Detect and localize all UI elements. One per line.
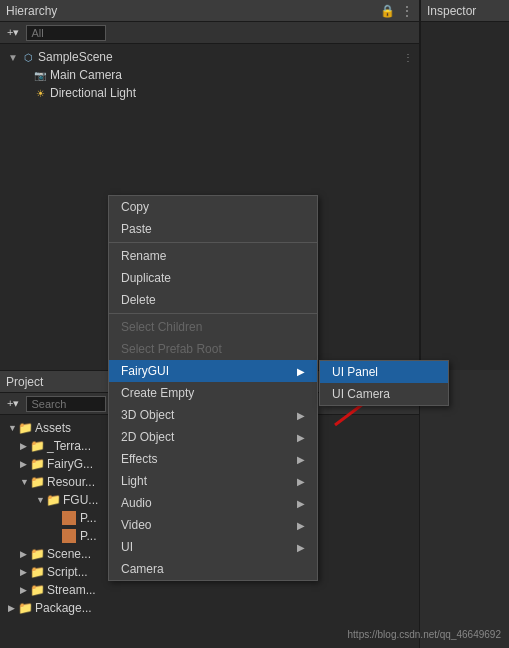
light-label: Directional Light [50, 86, 136, 100]
terra-label: _Terra... [47, 439, 91, 453]
menu-item-3d-object[interactable]: 3D Object ▶ [109, 404, 317, 426]
scene-folder-arrow: ▶ [20, 549, 28, 559]
submenu-item-ui-panel[interactable]: UI Panel [320, 361, 448, 383]
menu-item-duplicate[interactable]: Duplicate [109, 267, 317, 289]
hierarchy-menu-icon[interactable]: ⋮ [401, 4, 413, 18]
fairyg-label: FairyG... [47, 457, 93, 471]
audio-label: Audio [121, 496, 152, 510]
select-children-label: Select Children [121, 320, 202, 334]
fairygui-label: FairyGUI [121, 364, 169, 378]
menu-item-rename[interactable]: Rename [109, 245, 317, 267]
menu-item-select-prefab-root: Select Prefab Root [109, 338, 317, 360]
terra-folder-icon: 📁 [30, 439, 45, 453]
menu-item-select-children: Select Children [109, 316, 317, 338]
ui-arrow-icon: ▶ [297, 542, 305, 553]
menu-item-audio[interactable]: Audio ▶ [109, 492, 317, 514]
tree-item-directional-light[interactable]: ☀ Directional Light [0, 84, 419, 102]
3d-object-arrow-icon: ▶ [297, 410, 305, 421]
resour-folder-icon: 📁 [30, 475, 45, 489]
tree-item-samplescene[interactable]: ▼ ⬡ SampleScene ⋮ [0, 48, 419, 66]
fairyg-arrow: ▶ [20, 459, 28, 469]
project-search-input[interactable] [26, 396, 106, 412]
menu-item-create-empty[interactable]: Create Empty [109, 382, 317, 404]
camera-label: Main Camera [50, 68, 122, 82]
inspector-title: Inspector [427, 4, 476, 18]
assets-folder-icon: 📁 [18, 421, 33, 435]
2d-object-arrow-icon: ▶ [297, 432, 305, 443]
scene-label: SampleScene [38, 50, 113, 64]
ui-panel-label: UI Panel [332, 365, 378, 379]
delete-label: Delete [121, 293, 156, 307]
resour-label: Resour... [47, 475, 95, 489]
scene-icon: ⬡ [21, 50, 35, 64]
hierarchy-tree: ▼ ⬡ SampleScene ⋮ 📷 Main Camera ☀ Direct… [0, 44, 419, 106]
inspector-header: Inspector [421, 0, 509, 22]
proj-item-stream[interactable]: ▶ 📁 Stream... [0, 581, 419, 599]
scene-folder-label: Scene... [47, 547, 91, 561]
menu-item-2d-object[interactable]: 2D Object ▶ [109, 426, 317, 448]
audio-arrow-icon: ▶ [297, 498, 305, 509]
stream-label: Stream... [47, 583, 96, 597]
menu-item-delete[interactable]: Delete [109, 289, 317, 311]
tree-item-main-camera[interactable]: 📷 Main Camera [0, 66, 419, 84]
fgu-arrow: ▼ [36, 495, 44, 505]
video-arrow-icon: ▶ [297, 520, 305, 531]
scene-folder-icon: 📁 [30, 547, 45, 561]
menu-item-camera[interactable]: Camera [109, 558, 317, 580]
separator-2 [109, 313, 317, 314]
hierarchy-header: Hierarchy 🔒 ⋮ [0, 0, 419, 22]
assets-label: Assets [35, 421, 71, 435]
select-prefab-root-label: Select Prefab Root [121, 342, 222, 356]
3d-object-label: 3D Object [121, 408, 174, 422]
effects-arrow-icon: ▶ [297, 454, 305, 465]
stream-folder-icon: 📁 [30, 583, 45, 597]
hierarchy-title: Hierarchy [6, 4, 376, 18]
project-add-button[interactable]: +▾ [4, 396, 22, 411]
ui-label: UI [121, 540, 133, 554]
light-icon: ☀ [33, 86, 47, 100]
proj-item-package[interactable]: ▶ 📁 Package... [0, 599, 419, 617]
rename-label: Rename [121, 249, 166, 263]
menu-item-fairygui[interactable]: FairyGUI ▶ UI Panel UI Camera [109, 360, 317, 382]
menu-item-ui[interactable]: UI ▶ [109, 536, 317, 558]
menu-item-paste[interactable]: Paste [109, 218, 317, 240]
video-label: Video [121, 518, 151, 532]
package-arrow: ▶ [8, 603, 16, 613]
resour-arrow: ▼ [20, 477, 28, 487]
hierarchy-header-icons: 🔒 ⋮ [380, 4, 413, 18]
script-folder-icon: 📁 [30, 565, 45, 579]
fgu-folder-icon: 📁 [46, 493, 61, 507]
assets-arrow: ▼ [8, 423, 16, 433]
menu-item-light[interactable]: Light ▶ [109, 470, 317, 492]
script-label: Script... [47, 565, 88, 579]
light-menu-label: Light [121, 474, 147, 488]
paste-label: Paste [121, 222, 152, 236]
duplicate-label: Duplicate [121, 271, 171, 285]
create-empty-label: Create Empty [121, 386, 194, 400]
copy-label: Copy [121, 200, 149, 214]
scene-arrow: ▼ [8, 52, 18, 63]
menu-item-video[interactable]: Video ▶ [109, 514, 317, 536]
inspector-panel: Inspector [420, 0, 509, 370]
menu-item-copy[interactable]: Copy [109, 196, 317, 218]
fairygui-arrow-icon: ▶ [297, 366, 305, 377]
package-folder-icon: 📁 [18, 601, 33, 615]
hierarchy-toolbar: +▾ [0, 22, 419, 44]
hierarchy-add-button[interactable]: +▾ [4, 25, 22, 40]
terra-arrow: ▶ [20, 441, 28, 451]
hierarchy-search-input[interactable] [26, 25, 106, 41]
camera-icon: 📷 [33, 68, 47, 82]
fairygui-submenu: UI Panel UI Camera [319, 360, 449, 406]
submenu-item-ui-camera[interactable]: UI Camera [320, 383, 448, 405]
fairyg-folder-icon: 📁 [30, 457, 45, 471]
script-arrow: ▶ [20, 567, 28, 577]
context-menu: Copy Paste Rename Duplicate Delete Selec… [108, 195, 318, 581]
effects-label: Effects [121, 452, 157, 466]
scene-options-icon[interactable]: ⋮ [403, 52, 413, 63]
camera-menu-label: Camera [121, 562, 164, 576]
package-label: Package... [35, 601, 92, 615]
lock-icon[interactable]: 🔒 [380, 4, 395, 18]
light-arrow-icon: ▶ [297, 476, 305, 487]
2d-object-label: 2D Object [121, 430, 174, 444]
menu-item-effects[interactable]: Effects ▶ [109, 448, 317, 470]
